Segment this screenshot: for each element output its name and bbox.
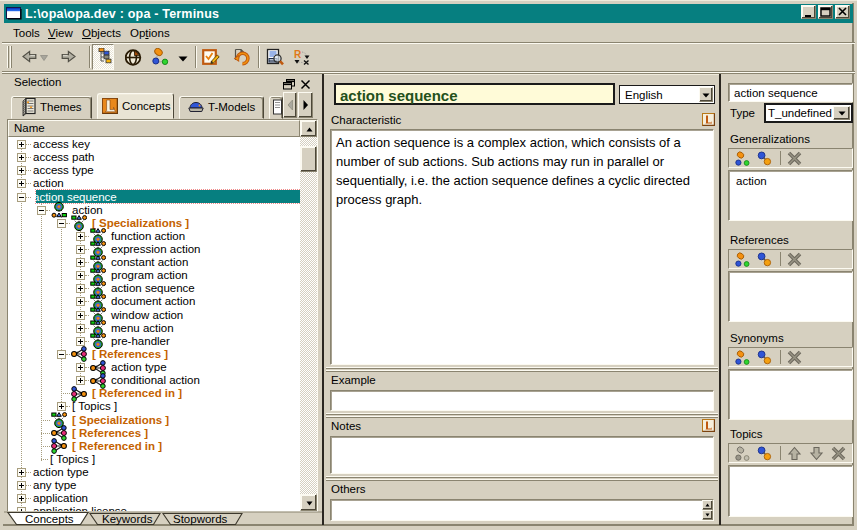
- svg-text:R: R: [294, 49, 302, 60]
